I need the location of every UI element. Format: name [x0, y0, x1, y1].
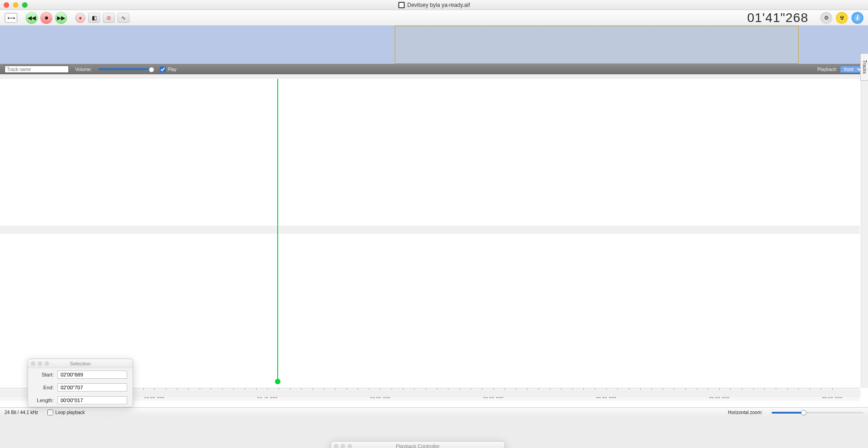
tool-marker-button[interactable]: ◧ — [88, 13, 100, 23]
zoom-window-button[interactable] — [22, 2, 28, 8]
info-icon[interactable]: i — [851, 12, 863, 24]
main-toolbar: ⟷ ◀◀ ■ ▶▶ ● ◧ ⊘ ∿ 01'41"268 ⚙ ☢ i — [0, 10, 868, 26]
minimize-window-button[interactable] — [13, 2, 18, 8]
horizontal-zoom-label: Horizontal zoom: — [728, 410, 762, 415]
selection-end-label: End: — [34, 385, 54, 390]
playback-controller-panel[interactable]: Playback Controller ◀◀ ■ ▶▶ 01'41"268 Le… — [330, 441, 505, 448]
tool-wave-button[interactable]: ∿ — [118, 13, 129, 23]
status-bar: 24 Bit / 44.1 kHz Loop playback Horizont… — [0, 407, 868, 417]
selection-tool-button[interactable]: ⟷ — [5, 13, 17, 23]
settings-gear-icon[interactable]: ⚙ — [820, 12, 832, 24]
panel-min-icon[interactable] — [341, 444, 345, 448]
tracks-tab[interactable]: Tracks — [860, 53, 868, 81]
selection-panel[interactable]: Selection Start: End: Length: — [28, 359, 133, 407]
panel-zoom-icon[interactable] — [45, 361, 49, 366]
close-window-button[interactable] — [4, 2, 9, 8]
playback-mode-label: Playback: — [818, 67, 837, 72]
loop-playback-checkbox[interactable] — [47, 409, 53, 415]
selection-start-input[interactable] — [57, 371, 127, 379]
selection-panel-title: Selection — [70, 361, 90, 366]
channel-gutter — [0, 74, 860, 79]
window-traffic-lights — [4, 2, 28, 8]
panel-min-icon[interactable] — [38, 361, 42, 366]
waveform-editor: 01'20"00001'30"00001'40"00001'50"00002'0… — [0, 74, 868, 417]
window-title: Devitsey byla ya-ready.aif — [407, 2, 470, 8]
horizontal-zoom-slider[interactable] — [772, 412, 863, 414]
selection-start-label: Start: — [34, 372, 54, 377]
selection-length-label: Length: — [34, 398, 54, 403]
channel-gutter — [0, 226, 860, 234]
selection-panel-header[interactable]: Selection — [28, 359, 133, 368]
overview-selection[interactable] — [395, 26, 798, 64]
overview-waveform[interactable]: Tracks — [0, 26, 868, 64]
playhead-cursor[interactable] — [277, 79, 278, 381]
window-titlebar: Devitsey byla ya-ready.aif — [0, 0, 868, 10]
panel-close-icon[interactable] — [334, 444, 338, 448]
playback-panel-title: Playback Controller — [396, 443, 439, 448]
play-track-label: Play — [168, 67, 176, 72]
vertical-scrollbar[interactable] — [861, 74, 868, 388]
play-forward-button[interactable]: ▶▶ — [55, 12, 67, 24]
tool-clear-button[interactable]: ⊘ — [103, 13, 115, 23]
play-track-checkbox[interactable] — [160, 66, 166, 72]
playhead-time: 01'41"268 — [747, 11, 808, 25]
document-icon — [398, 2, 404, 8]
selection-length-input[interactable] — [57, 396, 127, 404]
playback-panel-header[interactable]: Playback Controller — [331, 442, 504, 448]
burn-disc-icon[interactable]: ☢ — [836, 12, 848, 24]
audio-format-label: 24 Bit / 44.1 kHz — [5, 410, 38, 415]
waveform-channel-left[interactable] — [0, 79, 860, 226]
selection-end-input[interactable] — [57, 383, 127, 392]
track-header-bar: Volume: Play Playback: front — [0, 64, 868, 74]
track-name-input[interactable] — [5, 66, 69, 73]
panel-close-icon[interactable] — [31, 361, 35, 366]
loop-playback-label: Loop playback — [55, 410, 85, 415]
rewind-button[interactable]: ◀◀ — [26, 12, 38, 24]
record-button[interactable]: ● — [75, 13, 85, 23]
stop-button[interactable]: ■ — [40, 12, 52, 24]
volume-label: Volume: — [75, 67, 92, 72]
panel-zoom-icon[interactable] — [347, 444, 352, 448]
track-volume-slider[interactable] — [98, 68, 153, 70]
